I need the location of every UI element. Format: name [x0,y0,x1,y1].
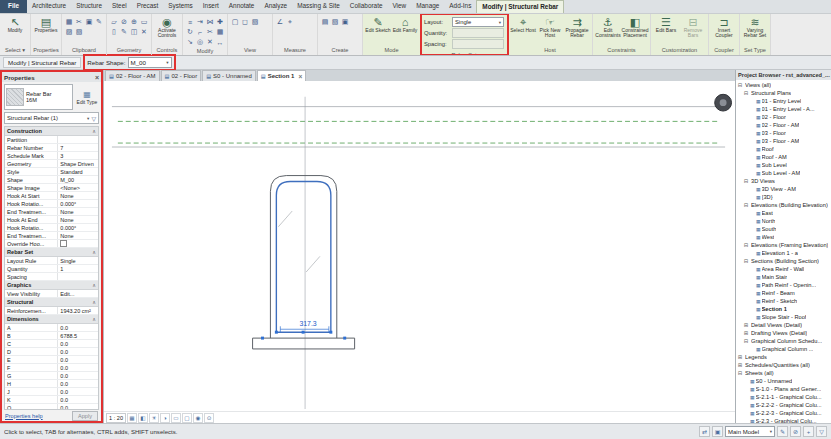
rebar-grip[interactable] [343,337,346,340]
cut-geometry-button[interactable]: ⊘ [119,17,129,27]
tree-item-s-2-2-3-graphical-colu[interactable]: ▦S-2.2-3 - Graphical Colu... [736,409,831,417]
quantity-input[interactable] [452,28,504,38]
shadows-icon[interactable]: ◑ [160,413,170,423]
property-value[interactable]: Single [58,257,98,264]
tree-item-graphical-column[interactable]: ▦Graphical Column ... [736,345,831,353]
tree-item-views-all[interactable]: ⊟Views (all) [736,81,831,89]
edit-family-button[interactable]: ⌂Edit Family [392,15,418,46]
tree-item-3d-views[interactable]: ⊟3D Views [736,177,831,185]
propagate-rebar-button[interactable]: ⇉Propagate Rebar [564,15,590,46]
ribbon-tab-massing-site[interactable]: Massing & Site [292,0,345,13]
tree-item-sub-level[interactable]: ▦Sub Level [736,161,831,169]
rotate-button[interactable]: ↻ [185,27,195,37]
property-value[interactable]: None [58,216,98,223]
worksharing-icon[interactable]: ⇄ [699,426,710,437]
ribbon-tab-systems[interactable]: Systems [163,0,198,13]
expander-icon[interactable]: ⊟ [743,338,749,344]
constrained-placement-button[interactable]: ◧Constrained Placement [622,15,648,46]
join-button[interactable]: ⊕ [129,17,139,27]
ribbon-tab-file[interactable]: File [0,0,27,13]
visual-style-icon[interactable]: ◧ [138,413,148,423]
exclude-options-icon[interactable]: ⊘ [790,426,801,437]
expander-icon[interactable]: ⊟ [743,178,749,184]
extend-button[interactable]: ↔ [215,37,225,47]
tree-item-01-entry-level[interactable]: ▦01 - Entry Level [736,97,831,105]
rebar-grip[interactable] [261,337,264,340]
cut-button[interactable]: ✂ [74,17,84,27]
property-value[interactable]: 0.0 [58,356,98,363]
property-value[interactable]: 7 [58,144,98,151]
ribbon-tab-insert[interactable]: Insert [198,0,224,13]
property-value[interactable]: 0.000° [58,224,98,231]
tree-item-03-floor-am[interactable]: ▦03 - Floor - AM [736,137,831,145]
tree-item-02-floor-am[interactable]: ▦02 - Floor - AM [736,121,831,129]
edit-type-button[interactable]: ▦ Edit Type [75,84,99,110]
property-value[interactable]: 0.0 [58,396,98,403]
tree-item-reinf-sketch[interactable]: ▦Reinf - Sketch [736,297,831,305]
tree-item-sheets-all[interactable]: ⊟Sheets (all) [736,369,831,377]
property-value[interactable] [58,136,98,143]
options-mode-label[interactable]: Modify | Structural Rebar [3,57,81,68]
detail-level-icon[interactable]: ▦ [127,413,137,423]
property-value[interactable]: M_00 [58,176,98,183]
view-tab-section-1[interactable]: ▤Section 1× [257,70,306,81]
ribbon-tab-analyze[interactable]: Analyze [259,0,292,13]
expander-icon[interactable]: ⊟ [737,370,743,376]
ribbon-tab-add-ins[interactable]: Add-Ins [444,0,476,13]
select-host-button[interactable]: ⌖Select Host [510,15,536,46]
temporary-dimension-value[interactable]: 317.3 [299,320,316,327]
design-options-icon[interactable]: ▣ [712,426,723,437]
section-header-construction[interactable]: Construction∧ [5,127,98,136]
scale-control[interactable]: 1 : 20 [106,413,126,423]
spacing-input[interactable] [452,39,504,49]
ribbon-tab-collaborate[interactable]: Collaborate [345,0,388,13]
ribbon-tab-precast[interactable]: Precast [132,0,164,13]
beam-join-button[interactable]: ▭ [139,17,149,27]
property-value[interactable]: 0.0 [58,340,98,347]
property-value[interactable]: 6788.5 [58,332,98,339]
copy-button[interactable]: ▣ [84,17,94,27]
aligned-dim-button[interactable]: ⌖ [285,17,295,27]
ribbon-tab-annotate[interactable]: Annotate [224,0,260,13]
property-value[interactable] [58,273,98,280]
property-value[interactable]: None [58,192,98,199]
tree-item-elevations-building-elevation[interactable]: ⊟Elevations (Building Elevation) [736,201,831,209]
expander-icon[interactable]: ⊟ [743,90,749,96]
type-selector[interactable]: Rebar Bar 16M [4,84,73,110]
move-button[interactable]: ✚ [215,17,225,27]
split-face-button[interactable]: ◫ [129,27,139,37]
tree-item-3d-view-am[interactable]: ▦3D View - AM [736,185,831,193]
wall-join-button[interactable]: ▯ [109,27,119,37]
tree-item-section-1[interactable]: ▦Section 1 [736,305,831,313]
scale-button[interactable]: ↘ [185,37,195,47]
tree-item-path-reinf-openin[interactable]: ▦Path Reinf - Openin... [736,281,831,289]
tree-item-elevations-framing-elevation[interactable]: ⊟Elevations (Framing Elevation) [736,241,831,249]
tree-item-s-2-2-2-graphical-colu[interactable]: ▦S-2.2-2 - Graphical Colu... [736,401,831,409]
expander-icon[interactable]: ⊟ [743,258,749,264]
tree-item-detail-views-detail[interactable]: ⊞Detail Views (Detail) [736,321,831,329]
close-hidden-button[interactable]: ◻ [240,17,250,27]
component-button[interactable]: ▣ [340,17,350,27]
ribbon-tab-manage[interactable]: Manage [411,0,444,13]
expander-icon[interactable]: ⊞ [737,354,743,360]
tree-item-elevation-1-a[interactable]: ▦Elevation 1 - a [736,249,831,257]
temporary-hide-icon[interactable]: ◉ [193,413,203,423]
property-value[interactable]: Edit... [58,290,98,297]
tree-item-area-reinf-wall[interactable]: ▦Area Reinf - Wall [736,265,831,273]
expander-icon[interactable]: ⊞ [743,322,749,328]
matchtype-button[interactable]: ▧ [74,27,84,37]
edit-bars-button[interactable]: ☰Edit Bars [653,15,679,46]
mirror-button[interactable]: ⋈ [205,17,215,27]
tree-item-north[interactable]: ▦North [736,217,831,225]
tree-item-legends[interactable]: ⊞Legends [736,353,831,361]
tree-item-structural-plans[interactable]: ⊟Structural Plans [736,89,831,97]
region-button[interactable]: ▧ [330,17,340,27]
collapse-icon[interactable]: ∧ [92,316,96,322]
region-button[interactable]: ▧ [250,17,260,27]
tree-item-schedules-quantities-all[interactable]: ⊞Schedules/Quantities (all) [736,361,831,369]
view-tab-s0-unnamed[interactable]: ▤S0 - Unnamed [202,70,256,81]
property-value[interactable]: None [58,232,98,239]
thin-lines-button[interactable]: ▢ [230,17,240,27]
apply-button[interactable]: Apply [72,411,98,421]
edit-constraints-button[interactable]: ⚓Edit Constraints [595,15,621,46]
